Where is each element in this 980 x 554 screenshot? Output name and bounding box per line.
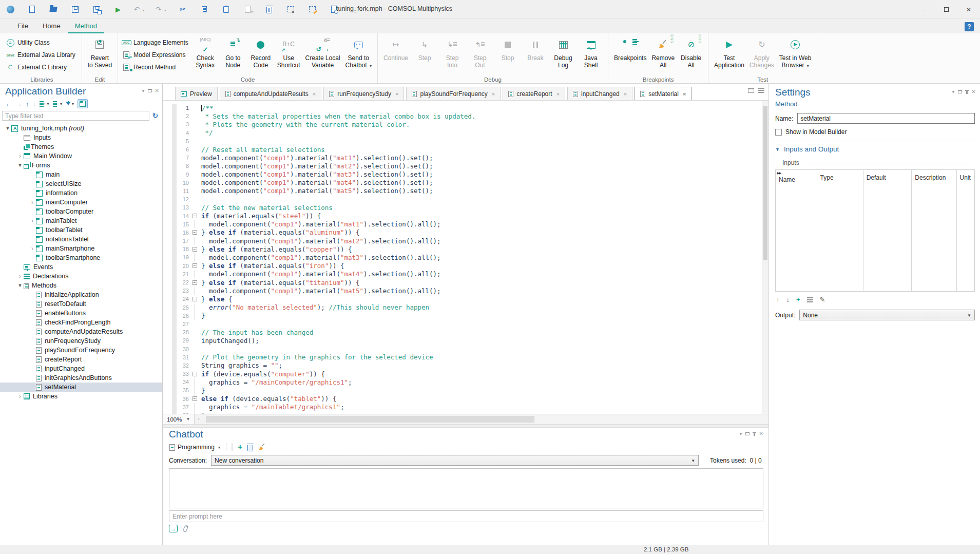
refresh-icon[interactable]: ↻ [152, 112, 158, 120]
undo-icon[interactable]: ↶⌄ [134, 4, 145, 14]
send-prompt-icon[interactable]: → [169, 525, 178, 532]
breakpoint-gutter[interactable] [163, 361, 172, 370]
clear-conversation-icon[interactable] [259, 444, 266, 451]
tree-item-tuning-fork-mph[interactable]: ▼tuning_fork.mph (root) [0, 124, 162, 133]
breakpoint-gutter[interactable] [163, 245, 172, 253]
breakpoint-gutter[interactable] [163, 312, 172, 320]
tree-item-setmaterial[interactable]: setMaterial [0, 383, 162, 392]
ribbon-button-use-shortcut[interactable]: B+C↗UseShortcut [275, 35, 303, 70]
breakpoint-gutter[interactable] [163, 154, 172, 162]
ribbon-button-language-elements[interactable]: ABCLanguage Elements [121, 37, 188, 48]
tree-item-playsoundforfrequency[interactable]: playSoundForFrequency [0, 346, 162, 355]
copy-icon[interactable] [199, 4, 209, 14]
code-editor[interactable]: 1/**2 * Sets the material properties whe… [163, 101, 768, 414]
breakpoint-gutter[interactable] [163, 129, 172, 137]
save-icon[interactable] [70, 4, 80, 14]
breakpoint-gutter[interactable] [163, 212, 172, 220]
delete-icon[interactable] [264, 4, 274, 14]
clear-selection-icon[interactable] [307, 4, 317, 14]
breakpoint-gutter[interactable] [163, 179, 172, 187]
help-button[interactable]: ? [965, 22, 974, 31]
panel-close-icon[interactable]: ✕ [759, 431, 763, 436]
breakpoint-gutter[interactable] [163, 328, 172, 336]
panel-close-icon[interactable]: ✕ [155, 88, 159, 93]
panel-pin-icon[interactable] [966, 90, 968, 94]
show-all-toggle[interactable] [78, 99, 88, 108]
close-icon[interactable]: × [395, 91, 398, 97]
breakpoint-gutter[interactable] [163, 203, 172, 212]
chevron-down-icon[interactable]: ▼ [16, 283, 24, 288]
save-as-icon[interactable] [91, 4, 102, 14]
tree-item-runfrequencystudy[interactable]: runFrequencyStudy [0, 336, 162, 346]
breakpoint-gutter[interactable] [163, 345, 172, 353]
fold-marker[interactable]: − [191, 245, 198, 253]
tree-item-libraries[interactable]: ›Libraries [0, 392, 162, 401]
tree-item-checkfindpronglength[interactable]: checkFindProngLength [0, 318, 162, 327]
tree-item-toolbarsmartphone[interactable]: toolbarSmartphone [0, 253, 162, 262]
breakpoint-gutter[interactable] [163, 303, 172, 312]
panel-menu-icon[interactable]: ▾ [740, 431, 742, 436]
close-icon[interactable]: × [492, 91, 495, 97]
maximize-icon[interactable] [935, 0, 957, 19]
breakpoint-gutter[interactable] [163, 278, 172, 286]
breakpoint-gutter[interactable] [163, 120, 172, 128]
breakpoint-gutter[interactable] [163, 320, 172, 328]
chevron-right-icon[interactable]: › [16, 273, 24, 280]
breakpoint-gutter[interactable] [163, 253, 172, 261]
add-input-icon[interactable]: + [796, 296, 800, 303]
editor-zoom-dropdown[interactable]: 100%▼ [163, 414, 195, 424]
move-down-icon[interactable]: ↓ [33, 100, 36, 108]
conversation-dropdown[interactable]: New conversation▼ [211, 455, 699, 466]
fold-marker[interactable]: − [191, 295, 198, 303]
breakpoint-gutter[interactable] [163, 228, 172, 237]
chevron-right-icon[interactable]: › [29, 245, 36, 252]
prompt-input[interactable]: Enter prompt here [169, 510, 763, 522]
ribbon-button-debug-log[interactable]: DebugLog [549, 35, 577, 70]
fold-marker[interactable]: − [191, 212, 198, 220]
collapse-icon[interactable]: − [193, 297, 197, 301]
chevron-right-icon[interactable]: › [29, 199, 36, 206]
close-icon[interactable]: × [556, 91, 560, 97]
ribbon-button-remove-all[interactable]: ☑☑☑RemoveAll [649, 35, 677, 70]
show-in-model-builder-checkbox[interactable] [775, 129, 782, 136]
column-header-unit[interactable]: Unit [957, 170, 974, 291]
load-from-file-icon[interactable] [807, 297, 813, 302]
tree-item-inputchanged[interactable]: inputChanged [0, 364, 162, 373]
breakpoint-gutter[interactable] [163, 145, 172, 154]
breakpoint-gutter[interactable] [163, 370, 172, 378]
panel-float-icon[interactable] [148, 89, 152, 92]
close-icon[interactable]: × [313, 91, 316, 97]
collapse-icon[interactable]: − [193, 280, 197, 285]
chevron-down-icon[interactable]: ▼ [4, 126, 11, 131]
tree-item-createreport[interactable]: createReport [0, 355, 162, 364]
breakpoint-gutter[interactable] [163, 104, 172, 112]
editor-tab-inputchanged[interactable]: inputChanged× [567, 87, 632, 100]
paste-icon[interactable] [221, 4, 231, 14]
breakpoint-gutter[interactable] [163, 187, 172, 195]
editor-tab-preview[interactable]: Preview [175, 87, 218, 100]
breakpoint-gutter[interactable] [163, 295, 172, 303]
tree-item-resettodefault[interactable]: resetToDefault [0, 299, 162, 309]
tree-item-initgraphicsandbuttons[interactable]: initGraphicsAndButtons [0, 373, 162, 383]
editor-tab-createreport[interactable]: createReport× [503, 87, 565, 100]
chevron-right-icon[interactable]: › [29, 217, 36, 224]
fold-marker[interactable]: − [191, 395, 198, 403]
inputs-table[interactable]: ▶▶ NameTypeDefaultDescriptionUnit [775, 169, 975, 292]
column-header-type[interactable]: Type [817, 170, 863, 291]
tree-item-selectuisize[interactable]: selectUISize [0, 179, 162, 188]
run-icon[interactable]: ▶ [113, 4, 123, 14]
editor-chatbot-splitter[interactable] [163, 424, 768, 428]
move-down-icon[interactable]: ↓ [786, 296, 790, 303]
breakpoint-gutter[interactable] [163, 286, 172, 295]
editor-tab-setmaterial[interactable]: setMaterial× [635, 87, 691, 100]
filter-input[interactable]: Type filter text [2, 111, 149, 121]
fold-marker[interactable]: − [191, 278, 198, 286]
panel-close-icon[interactable]: ✕ [972, 89, 976, 94]
tree-item-themes[interactable]: Themes [0, 142, 162, 151]
editor-tab-computeandupdateresults[interactable]: computeAndUpdateResults× [220, 87, 322, 100]
editor-tab-playsoundforfrequency[interactable]: playSoundForFrequency× [406, 87, 501, 100]
editor-tab-runfrequencystudy[interactable]: runFrequencyStudy× [323, 87, 404, 100]
panel-menu-icon[interactable]: ▾ [142, 88, 145, 93]
panel-float-icon[interactable] [958, 90, 962, 93]
collapse-all-icon[interactable]: ↑▾ [40, 100, 49, 108]
